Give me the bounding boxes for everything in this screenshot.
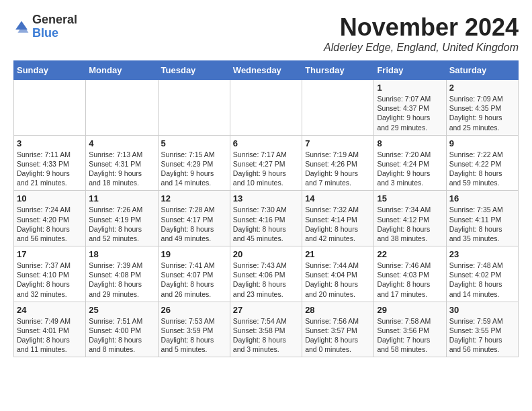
calendar-table: SundayMondayTuesdayWednesdayThursdayFrid…: [13, 60, 519, 357]
day-number: 23: [449, 249, 515, 259]
day-number: 19: [161, 249, 227, 259]
day-info: Sunrise: 7:37 AM Sunset: 4:10 PM Dayligh…: [17, 261, 83, 299]
day-number: 29: [377, 305, 443, 315]
header-cell-friday: Friday: [374, 61, 446, 80]
day-info: Sunrise: 7:44 AM Sunset: 4:04 PM Dayligh…: [305, 261, 371, 299]
day-number: 20: [233, 249, 299, 259]
calendar-cell: 26Sunrise: 7:53 AM Sunset: 3:59 PM Dayli…: [158, 302, 230, 357]
calendar-cell: 22Sunrise: 7:46 AM Sunset: 4:03 PM Dayli…: [374, 246, 446, 302]
day-number: 28: [305, 305, 371, 315]
day-info: Sunrise: 7:30 AM Sunset: 4:16 PM Dayligh…: [233, 205, 299, 243]
calendar-cell: 23Sunrise: 7:48 AM Sunset: 4:02 PM Dayli…: [446, 246, 518, 302]
day-info: Sunrise: 7:48 AM Sunset: 4:02 PM Dayligh…: [449, 261, 515, 299]
day-number: 26: [161, 305, 227, 315]
calendar-cell: 13Sunrise: 7:30 AM Sunset: 4:16 PM Dayli…: [230, 191, 302, 246]
day-number: 17: [17, 249, 83, 259]
calendar-cell: 1Sunrise: 7:07 AM Sunset: 4:37 PM Daylig…: [374, 80, 446, 136]
calendar-cell: 19Sunrise: 7:41 AM Sunset: 4:07 PM Dayli…: [158, 246, 230, 302]
calendar-cell: 14Sunrise: 7:32 AM Sunset: 4:14 PM Dayli…: [302, 191, 374, 246]
calendar-cell: 27Sunrise: 7:54 AM Sunset: 3:58 PM Dayli…: [230, 302, 302, 357]
day-info: Sunrise: 7:34 AM Sunset: 4:12 PM Dayligh…: [377, 205, 443, 243]
week-row-3: 17Sunrise: 7:37 AM Sunset: 4:10 PM Dayli…: [14, 246, 519, 302]
calendar-cell: [302, 80, 374, 136]
day-number: 14: [305, 193, 371, 203]
day-number: 18: [89, 249, 154, 259]
calendar-header: SundayMondayTuesdayWednesdayThursdayFrid…: [14, 61, 519, 80]
page-header: General Blue November 2024 Alderley Edge…: [13, 13, 519, 54]
day-number: 4: [89, 138, 154, 148]
day-number: 10: [17, 193, 83, 203]
day-number: 30: [449, 305, 515, 315]
logo-general: General: [32, 13, 77, 27]
day-info: Sunrise: 7:49 AM Sunset: 4:01 PM Dayligh…: [17, 316, 83, 355]
logo-blue: Blue: [32, 27, 77, 40]
day-number: 12: [161, 193, 227, 203]
calendar-cell: 8Sunrise: 7:20 AM Sunset: 4:24 PM Daylig…: [374, 135, 446, 191]
calendar-cell: 11Sunrise: 7:26 AM Sunset: 4:19 PM Dayli…: [86, 191, 158, 246]
logo-text: General Blue: [32, 13, 77, 40]
calendar-cell: 17Sunrise: 7:37 AM Sunset: 4:10 PM Dayli…: [14, 246, 86, 302]
day-info: Sunrise: 7:15 AM Sunset: 4:29 PM Dayligh…: [161, 150, 227, 188]
calendar-cell: 21Sunrise: 7:44 AM Sunset: 4:04 PM Dayli…: [302, 246, 374, 302]
day-number: 13: [233, 193, 299, 203]
header-cell-saturday: Saturday: [446, 61, 518, 80]
day-info: Sunrise: 7:24 AM Sunset: 4:20 PM Dayligh…: [17, 205, 83, 243]
calendar-cell: 16Sunrise: 7:35 AM Sunset: 4:11 PM Dayli…: [446, 191, 518, 246]
month-title: November 2024: [324, 13, 519, 42]
title-block: November 2024 Alderley Edge, England, Un…: [324, 13, 519, 54]
week-row-1: 3Sunrise: 7:11 AM Sunset: 4:33 PM Daylig…: [14, 135, 519, 191]
day-number: 9: [449, 138, 515, 148]
header-row: SundayMondayTuesdayWednesdayThursdayFrid…: [14, 61, 519, 80]
calendar-cell: 25Sunrise: 7:51 AM Sunset: 4:00 PM Dayli…: [86, 302, 158, 357]
header-cell-wednesday: Wednesday: [230, 61, 302, 80]
day-number: 1: [377, 83, 443, 93]
header-cell-thursday: Thursday: [302, 61, 374, 80]
day-info: Sunrise: 7:13 AM Sunset: 4:31 PM Dayligh…: [89, 150, 154, 188]
day-info: Sunrise: 7:32 AM Sunset: 4:14 PM Dayligh…: [305, 205, 371, 243]
day-info: Sunrise: 7:26 AM Sunset: 4:19 PM Dayligh…: [89, 205, 154, 243]
calendar-cell: 3Sunrise: 7:11 AM Sunset: 4:33 PM Daylig…: [14, 135, 86, 191]
calendar-cell: 12Sunrise: 7:28 AM Sunset: 4:17 PM Dayli…: [158, 191, 230, 246]
calendar-cell: [230, 80, 302, 136]
day-number: 22: [377, 249, 443, 259]
day-number: 6: [233, 138, 299, 148]
day-info: Sunrise: 7:22 AM Sunset: 4:22 PM Dayligh…: [449, 150, 515, 188]
day-number: 15: [377, 193, 443, 203]
day-info: Sunrise: 7:35 AM Sunset: 4:11 PM Dayligh…: [449, 205, 515, 243]
day-number: 2: [449, 83, 515, 93]
calendar-cell: 24Sunrise: 7:49 AM Sunset: 4:01 PM Dayli…: [14, 302, 86, 357]
day-info: Sunrise: 7:11 AM Sunset: 4:33 PM Dayligh…: [17, 150, 83, 188]
header-cell-tuesday: Tuesday: [158, 61, 230, 80]
day-number: 8: [377, 138, 443, 148]
day-info: Sunrise: 7:59 AM Sunset: 3:55 PM Dayligh…: [449, 316, 515, 355]
day-info: Sunrise: 7:51 AM Sunset: 4:00 PM Dayligh…: [89, 316, 154, 355]
calendar-cell: 5Sunrise: 7:15 AM Sunset: 4:29 PM Daylig…: [158, 135, 230, 191]
calendar-cell: [158, 80, 230, 136]
day-number: 7: [305, 138, 371, 148]
location: Alderley Edge, England, United Kingdom: [324, 42, 519, 54]
day-number: 16: [449, 193, 515, 203]
day-number: 3: [17, 138, 83, 148]
calendar-body: 1Sunrise: 7:07 AM Sunset: 4:37 PM Daylig…: [14, 80, 519, 357]
day-info: Sunrise: 7:54 AM Sunset: 3:58 PM Dayligh…: [233, 316, 299, 355]
week-row-0: 1Sunrise: 7:07 AM Sunset: 4:37 PM Daylig…: [14, 80, 519, 136]
day-number: 24: [17, 305, 83, 315]
calendar-cell: 6Sunrise: 7:17 AM Sunset: 4:27 PM Daylig…: [230, 135, 302, 191]
day-info: Sunrise: 7:09 AM Sunset: 4:35 PM Dayligh…: [449, 94, 515, 132]
calendar-cell: [14, 80, 86, 136]
header-cell-sunday: Sunday: [14, 61, 86, 80]
calendar-cell: 29Sunrise: 7:58 AM Sunset: 3:56 PM Dayli…: [374, 302, 446, 357]
day-info: Sunrise: 7:58 AM Sunset: 3:56 PM Dayligh…: [377, 316, 443, 355]
day-number: 5: [161, 138, 227, 148]
day-info: Sunrise: 7:07 AM Sunset: 4:37 PM Dayligh…: [377, 94, 443, 132]
day-info: Sunrise: 7:17 AM Sunset: 4:27 PM Dayligh…: [233, 150, 299, 188]
day-info: Sunrise: 7:39 AM Sunset: 4:08 PM Dayligh…: [89, 261, 154, 299]
header-cell-monday: Monday: [86, 61, 158, 80]
week-row-4: 24Sunrise: 7:49 AM Sunset: 4:01 PM Dayli…: [14, 302, 519, 357]
day-info: Sunrise: 7:41 AM Sunset: 4:07 PM Dayligh…: [161, 261, 227, 299]
day-number: 11: [89, 193, 154, 203]
day-info: Sunrise: 7:53 AM Sunset: 3:59 PM Dayligh…: [161, 316, 227, 355]
day-info: Sunrise: 7:56 AM Sunset: 3:57 PM Dayligh…: [305, 316, 371, 355]
calendar-cell: 28Sunrise: 7:56 AM Sunset: 3:57 PM Dayli…: [302, 302, 374, 357]
day-number: 25: [89, 305, 154, 315]
